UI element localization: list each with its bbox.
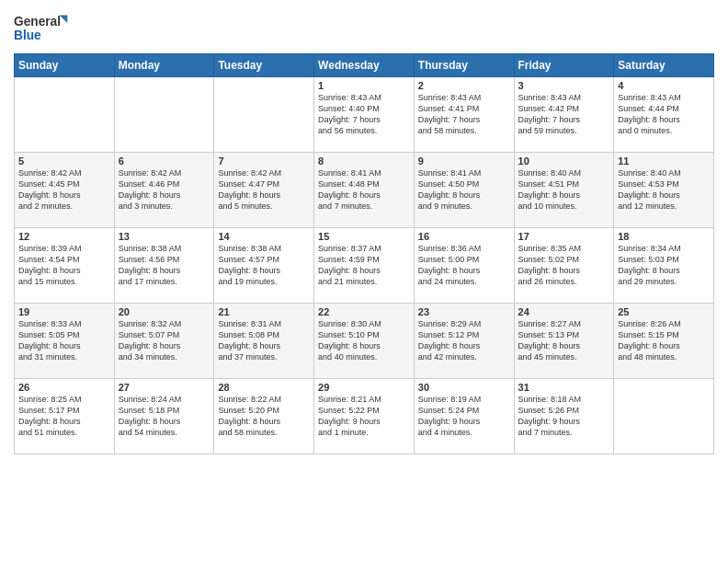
day-number: 18 (618, 231, 710, 242)
day-info: Sunrise: 8:41 AM Sunset: 4:50 PM Dayligh… (418, 167, 510, 213)
day-cell: 2Sunrise: 8:43 AM Sunset: 4:41 PM Daylig… (414, 77, 514, 153)
day-cell: 6Sunrise: 8:42 AM Sunset: 4:46 PM Daylig… (114, 153, 214, 228)
day-number: 13 (119, 231, 210, 242)
day-info: Sunrise: 8:43 AM Sunset: 4:44 PM Dayligh… (618, 92, 710, 137)
calendar-header: SundayMondayTuesdayWednesdayThursdayFrid… (15, 54, 714, 77)
day-info: Sunrise: 8:22 AM Sunset: 5:20 PM Dayligh… (218, 394, 310, 439)
day-info: Sunrise: 8:34 AM Sunset: 5:03 PM Dayligh… (618, 243, 710, 288)
day-cell: 29Sunrise: 8:21 AM Sunset: 5:22 PM Dayli… (314, 379, 415, 454)
header: General Blue (14, 9, 714, 48)
day-number: 31 (518, 382, 610, 393)
day-number: 20 (119, 306, 210, 317)
day-cell: 7Sunrise: 8:42 AM Sunset: 4:47 PM Daylig… (214, 153, 314, 228)
day-number: 21 (218, 306, 310, 317)
day-cell: 28Sunrise: 8:22 AM Sunset: 5:20 PM Dayli… (214, 379, 314, 454)
header-cell-thursday: Thursday (414, 54, 514, 77)
day-number: 14 (218, 231, 310, 242)
day-cell: 17Sunrise: 8:35 AM Sunset: 5:02 PM Dayli… (514, 228, 614, 304)
day-cell: 1Sunrise: 8:43 AM Sunset: 4:40 PM Daylig… (314, 77, 415, 153)
day-info: Sunrise: 8:42 AM Sunset: 4:47 PM Dayligh… (218, 167, 310, 213)
day-cell: 27Sunrise: 8:24 AM Sunset: 5:18 PM Dayli… (114, 379, 214, 454)
day-info: Sunrise: 8:36 AM Sunset: 5:00 PM Dayligh… (418, 243, 510, 288)
day-number: 28 (218, 382, 310, 393)
day-cell: 20Sunrise: 8:32 AM Sunset: 5:07 PM Dayli… (114, 304, 214, 379)
day-number: 12 (18, 231, 110, 242)
day-info: Sunrise: 8:33 AM Sunset: 5:05 PM Dayligh… (18, 318, 110, 363)
day-info: Sunrise: 8:43 AM Sunset: 4:40 PM Dayligh… (318, 92, 410, 137)
day-cell: 8Sunrise: 8:41 AM Sunset: 4:48 PM Daylig… (314, 153, 415, 228)
day-cell: 24Sunrise: 8:27 AM Sunset: 5:13 PM Dayli… (514, 304, 614, 379)
day-info: Sunrise: 8:40 AM Sunset: 4:51 PM Dayligh… (518, 167, 610, 213)
day-cell: 30Sunrise: 8:19 AM Sunset: 5:24 PM Dayli… (414, 379, 514, 454)
day-info: Sunrise: 8:19 AM Sunset: 5:24 PM Dayligh… (418, 394, 510, 439)
day-cell (214, 77, 314, 153)
day-info: Sunrise: 8:29 AM Sunset: 5:12 PM Dayligh… (418, 318, 510, 363)
day-cell: 10Sunrise: 8:40 AM Sunset: 4:51 PM Dayli… (514, 153, 614, 228)
day-number: 26 (18, 382, 110, 393)
day-number: 29 (318, 382, 410, 393)
day-number: 6 (119, 155, 210, 167)
day-number: 1 (318, 80, 410, 91)
svg-text:Blue: Blue (14, 29, 41, 42)
day-info: Sunrise: 8:39 AM Sunset: 4:54 PM Dayligh… (18, 243, 110, 288)
day-info: Sunrise: 8:25 AM Sunset: 5:17 PM Dayligh… (18, 394, 110, 439)
day-cell: 11Sunrise: 8:40 AM Sunset: 4:53 PM Dayli… (614, 153, 714, 228)
day-cell: 31Sunrise: 8:18 AM Sunset: 5:26 PM Dayli… (514, 379, 614, 454)
day-cell: 9Sunrise: 8:41 AM Sunset: 4:50 PM Daylig… (414, 153, 514, 228)
week-row-1: 1Sunrise: 8:43 AM Sunset: 4:40 PM Daylig… (15, 77, 714, 153)
day-info: Sunrise: 8:32 AM Sunset: 5:07 PM Dayligh… (119, 318, 210, 363)
day-number: 23 (418, 306, 510, 317)
day-number: 25 (618, 306, 710, 317)
day-number: 9 (418, 155, 510, 167)
day-info: Sunrise: 8:37 AM Sunset: 4:59 PM Dayligh… (318, 243, 410, 288)
day-info: Sunrise: 8:43 AM Sunset: 4:41 PM Dayligh… (418, 92, 510, 137)
day-info: Sunrise: 8:38 AM Sunset: 4:56 PM Dayligh… (119, 243, 210, 288)
svg-text:General: General (14, 15, 61, 29)
header-cell-monday: Monday (114, 54, 214, 77)
calendar-body: 1Sunrise: 8:43 AM Sunset: 4:40 PM Daylig… (15, 77, 714, 454)
day-cell: 3Sunrise: 8:43 AM Sunset: 4:42 PM Daylig… (514, 77, 614, 153)
day-info: Sunrise: 8:38 AM Sunset: 4:57 PM Dayligh… (218, 243, 310, 288)
day-info: Sunrise: 8:26 AM Sunset: 5:15 PM Dayligh… (618, 318, 710, 363)
day-info: Sunrise: 8:40 AM Sunset: 4:53 PM Dayligh… (618, 167, 710, 213)
day-cell: 23Sunrise: 8:29 AM Sunset: 5:12 PM Dayli… (414, 304, 514, 379)
day-cell: 4Sunrise: 8:43 AM Sunset: 4:44 PM Daylig… (614, 77, 714, 153)
day-number: 4 (618, 80, 710, 91)
header-cell-sunday: Sunday (15, 54, 115, 77)
day-number: 3 (518, 80, 610, 91)
day-info: Sunrise: 8:43 AM Sunset: 4:42 PM Dayligh… (518, 92, 610, 137)
day-number: 2 (418, 80, 510, 91)
day-number: 11 (618, 155, 710, 167)
week-row-5: 26Sunrise: 8:25 AM Sunset: 5:17 PM Dayli… (15, 379, 714, 454)
day-cell: 22Sunrise: 8:30 AM Sunset: 5:10 PM Dayli… (314, 304, 415, 379)
day-info: Sunrise: 8:30 AM Sunset: 5:10 PM Dayligh… (318, 318, 410, 363)
header-cell-tuesday: Tuesday (214, 54, 314, 77)
header-row: SundayMondayTuesdayWednesdayThursdayFrid… (15, 54, 714, 77)
day-cell: 15Sunrise: 8:37 AM Sunset: 4:59 PM Dayli… (314, 228, 415, 304)
day-cell: 18Sunrise: 8:34 AM Sunset: 5:03 PM Dayli… (614, 228, 714, 304)
week-row-4: 19Sunrise: 8:33 AM Sunset: 5:05 PM Dayli… (15, 304, 714, 379)
day-cell (114, 77, 214, 153)
day-number: 30 (418, 382, 510, 393)
day-info: Sunrise: 8:42 AM Sunset: 4:45 PM Dayligh… (18, 167, 110, 213)
day-cell: 21Sunrise: 8:31 AM Sunset: 5:08 PM Dayli… (214, 304, 314, 379)
week-row-3: 12Sunrise: 8:39 AM Sunset: 4:54 PM Dayli… (15, 228, 714, 304)
day-cell: 5Sunrise: 8:42 AM Sunset: 4:45 PM Daylig… (15, 153, 115, 228)
day-number: 7 (218, 155, 310, 167)
header-cell-saturday: Saturday (614, 54, 714, 77)
week-row-2: 5Sunrise: 8:42 AM Sunset: 4:45 PM Daylig… (15, 153, 714, 228)
calendar-table: SundayMondayTuesdayWednesdayThursdayFrid… (14, 53, 714, 454)
day-number: 8 (318, 155, 410, 167)
day-number: 15 (318, 231, 410, 242)
day-cell (15, 77, 115, 153)
day-cell: 26Sunrise: 8:25 AM Sunset: 5:17 PM Dayli… (15, 379, 115, 454)
day-cell: 16Sunrise: 8:36 AM Sunset: 5:00 PM Dayli… (414, 228, 514, 304)
page-container: General Blue SundayMondayTuesdayWednesda… (0, 0, 728, 462)
day-info: Sunrise: 8:18 AM Sunset: 5:26 PM Dayligh… (518, 394, 610, 439)
day-number: 10 (518, 155, 610, 167)
day-cell: 25Sunrise: 8:26 AM Sunset: 5:15 PM Dayli… (614, 304, 714, 379)
day-number: 5 (18, 155, 110, 167)
day-info: Sunrise: 8:24 AM Sunset: 5:18 PM Dayligh… (119, 394, 210, 439)
day-info: Sunrise: 8:35 AM Sunset: 5:02 PM Dayligh… (518, 243, 610, 288)
header-cell-wednesday: Wednesday (314, 54, 415, 77)
